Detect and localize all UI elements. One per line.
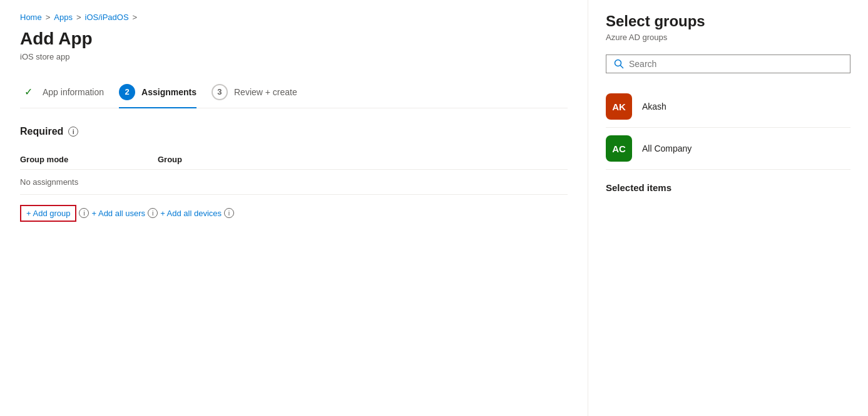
group-list: AK Akash AC All Company xyxy=(606,86,850,170)
search-icon xyxy=(614,59,624,69)
breadcrumb-sep-1: > xyxy=(46,13,51,22)
column-group: Group xyxy=(158,155,568,164)
group-name-all-company: All Company xyxy=(642,143,692,153)
step-assignments[interactable]: 2 Assignments xyxy=(119,76,212,108)
page-title: Add App xyxy=(20,28,568,49)
steps-nav: ✓ App information 2 Assignments 3 Review… xyxy=(20,76,568,108)
required-info-icon[interactable]: i xyxy=(68,127,78,137)
add-group-info-icon[interactable]: i xyxy=(79,208,89,218)
step-assignments-circle: 2 xyxy=(119,84,135,100)
group-item-all-company[interactable]: AC All Company xyxy=(606,128,850,170)
add-all-users-button[interactable]: + Add all users xyxy=(91,209,145,218)
svg-line-1 xyxy=(621,66,623,68)
avatar-akash: AK xyxy=(606,93,632,120)
table-row-empty: No assignments xyxy=(20,170,568,195)
page-subtitle: iOS store app xyxy=(20,52,568,61)
action-row: + Add group i + Add all users i + Add al… xyxy=(20,205,568,222)
breadcrumb: Home > Apps > iOS/iPadOS > xyxy=(20,13,568,22)
group-name-akash: Akash xyxy=(642,101,666,112)
add-all-devices-button[interactable]: + Add all devices xyxy=(160,209,222,218)
column-group-mode: Group mode xyxy=(20,155,158,164)
step-app-information[interactable]: ✓ App information xyxy=(20,76,119,108)
selected-items-heading: Selected items xyxy=(606,175,850,193)
select-groups-title: Select groups xyxy=(606,13,850,30)
step-review-create[interactable]: 3 Review + create xyxy=(212,76,312,108)
table-header: Group mode Group xyxy=(20,150,568,170)
left-panel: Home > Apps > iOS/iPadOS > Add App iOS s… xyxy=(0,0,588,416)
search-input[interactable] xyxy=(629,59,842,69)
check-icon: ✓ xyxy=(20,84,36,100)
avatar-all-company: AC xyxy=(606,135,632,162)
add-group-button[interactable]: + Add group xyxy=(20,205,76,222)
group-item-akash[interactable]: AK Akash xyxy=(606,86,850,128)
step-review-label: Review + create xyxy=(234,87,297,97)
required-section-heading: Required i xyxy=(20,126,568,137)
step-assignments-label: Assignments xyxy=(141,87,197,97)
breadcrumb-home[interactable]: Home xyxy=(20,13,42,22)
step-app-information-label: App information xyxy=(43,87,104,97)
search-box xyxy=(606,55,850,73)
breadcrumb-sep-2: > xyxy=(76,13,81,22)
right-panel: Select groups Azure AD groups AK Akash A… xyxy=(588,0,868,416)
breadcrumb-sep-3: > xyxy=(133,13,138,22)
add-all-users-info-icon[interactable]: i xyxy=(148,208,158,218)
no-assignments-text: No assignments xyxy=(20,177,158,187)
breadcrumb-apps[interactable]: Apps xyxy=(54,13,73,22)
step-review-circle: 3 xyxy=(212,84,228,100)
add-all-devices-info-icon[interactable]: i xyxy=(224,208,234,218)
breadcrumb-platform[interactable]: iOS/iPadOS xyxy=(85,13,129,22)
azure-ad-subtitle: Azure AD groups xyxy=(606,33,850,42)
